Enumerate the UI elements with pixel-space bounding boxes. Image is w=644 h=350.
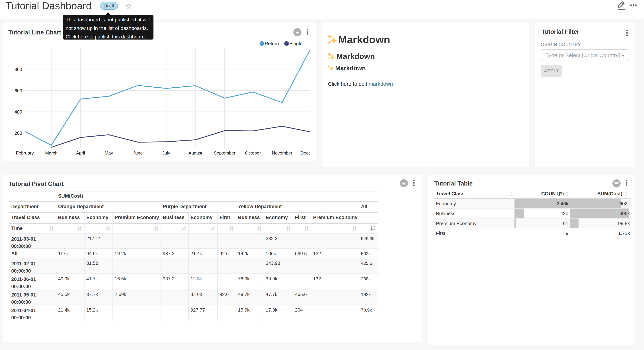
svg-text:December: December bbox=[300, 150, 310, 156]
svg-text:400: 400 bbox=[14, 109, 22, 114]
svg-text:October: October bbox=[245, 150, 261, 156]
svg-text:800: 800 bbox=[14, 67, 22, 72]
svg-text:June: June bbox=[133, 150, 142, 156]
svg-text:May: May bbox=[105, 150, 113, 156]
svg-text:Single: Single bbox=[289, 41, 302, 46]
svg-text:200: 200 bbox=[14, 130, 22, 136]
svg-text:Return: Return bbox=[265, 41, 279, 46]
svg-text:February: February bbox=[16, 150, 34, 156]
svg-text:July: July bbox=[162, 150, 170, 156]
svg-text:April: April bbox=[76, 150, 85, 156]
svg-text:September: September bbox=[214, 150, 236, 156]
svg-text:600: 600 bbox=[14, 88, 22, 93]
svg-text:August: August bbox=[188, 150, 202, 156]
svg-text:March: March bbox=[45, 150, 58, 156]
svg-text:November: November bbox=[272, 150, 292, 156]
